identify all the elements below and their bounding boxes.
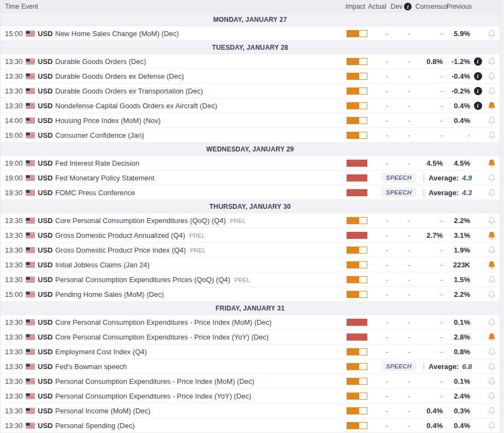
event-title[interactable]: Consumer Confidence (Jan) (55, 131, 144, 139)
event-name[interactable]: Personal Consumption Expenditures - Pric… (55, 377, 345, 385)
event-row[interactable]: 13:30 USD Durable Goods Orders ex Transp… (1, 84, 500, 98)
info-icon[interactable]: i (474, 87, 482, 95)
bell-icon[interactable] (483, 131, 500, 139)
event-row[interactable]: 13:30 USD Durable Goods Orders ex Defens… (1, 69, 500, 84)
event-title[interactable]: FOMC Press Conference (55, 189, 135, 197)
event-name[interactable]: FOMC Press Conference (55, 189, 345, 197)
event-name[interactable]: Fed's Bowman speech (55, 362, 345, 371)
event-name[interactable]: Nondefense Capital Goods Orders ex Aircr… (55, 102, 345, 110)
info-icon[interactable]: i (474, 72, 482, 80)
event-row[interactable]: 13:30 USD Nondefense Capital Goods Order… (1, 98, 500, 113)
bell-icon[interactable] (483, 189, 500, 197)
event-row[interactable]: 13:30 USD Personal Consumption Expenditu… (1, 389, 500, 403)
event-row[interactable]: 13:30 USD Gross Domestic Product Annuali… (1, 228, 500, 243)
event-name[interactable]: Personal Spending (Dec) (55, 422, 345, 430)
event-title[interactable]: Pending Home Sales (MoM) (Dec) (55, 290, 164, 299)
bell-icon[interactable] (483, 174, 500, 182)
event-row[interactable]: 19:00 USD Fed Interest Rate Decision - - (1, 156, 500, 171)
event-row[interactable]: 13:30 USD Personal Spending (Dec) - - 0 (1, 418, 500, 433)
event-row[interactable]: 19:30 USD FOMC Press Conference (1, 185, 500, 200)
info-icon[interactable]: i (474, 57, 482, 66)
event-title[interactable]: Core Personal Consumption Expenditures -… (55, 333, 268, 341)
event-row[interactable]: 13:30 USD Core Personal Consumption Expe… (1, 330, 500, 344)
event-title[interactable]: Gross Domestic Product Annualized (Q4) (55, 231, 185, 239)
event-title[interactable]: Fed's Bowman speech (55, 362, 127, 371)
event-name[interactable]: Core Personal Consumption Expenditures -… (55, 318, 345, 326)
event-name[interactable]: Fed Interest Rate Decision (55, 159, 345, 167)
bell-icon[interactable] (483, 57, 500, 66)
event-name[interactable]: Gross Domestic Product Price Index (Q4) … (55, 246, 345, 254)
info-icon[interactable]: i (474, 102, 482, 110)
event-name[interactable]: Durable Goods Orders ex Defense (Dec) (55, 72, 345, 80)
event-row[interactable]: 13:30 USD Personal Consumption Expenditu… (1, 374, 500, 389)
event-row[interactable]: 13:30 USD Personal Consumption Expenditu… (1, 272, 500, 287)
event-title[interactable]: Gross Domestic Product Price Index (Q4) (55, 246, 186, 254)
event-name[interactable]: Consumer Confidence (Jan) (55, 131, 345, 139)
event-name[interactable]: Pending Home Sales (MoM) (Dec) (55, 290, 345, 299)
event-name[interactable]: New Home Sales Change (MoM) (Dec) (55, 30, 345, 38)
event-title[interactable]: Personal Spending (Dec) (55, 422, 134, 430)
event-title[interactable]: Durable Goods Orders ex Defense (Dec) (55, 72, 184, 80)
event-row[interactable]: 15:00 USD Consumer Confidence (Jan) - - (1, 128, 500, 143)
event-row[interactable]: 13:30 USD Core Personal Consumption Expe… (1, 315, 500, 330)
bell-icon[interactable] (483, 392, 500, 400)
event-row[interactable]: 14:00 USD Housing Price Index (MoM) (Nov… (1, 113, 500, 128)
event-title[interactable]: Fed Monetary Policy Statement (55, 174, 154, 182)
event-title[interactable]: Housing Price Index (MoM) (Nov) (55, 116, 161, 125)
event-title[interactable]: New Home Sales Change (MoM) (Dec) (55, 30, 179, 38)
event-name[interactable]: Employment Cost Index (Q4) (55, 348, 345, 356)
bell-icon[interactable] (483, 333, 500, 341)
bell-icon[interactable] (483, 102, 500, 110)
event-row[interactable]: 13:30 USD Employment Cost Index (Q4) - - (1, 344, 500, 359)
bell-icon[interactable] (483, 72, 500, 80)
event-title[interactable]: Fed Interest Rate Decision (55, 159, 139, 167)
event-row[interactable]: 19:00 USD Fed Monetary Policy Statement (1, 171, 500, 185)
event-name[interactable]: Core Personal Consumption Expenditures -… (55, 333, 345, 341)
event-name[interactable]: Initial Jobless Claims (Jan 24) (55, 261, 345, 269)
bell-icon[interactable] (483, 276, 500, 284)
event-title[interactable]: Personal Consumption Expenditures - Pric… (55, 392, 251, 400)
bell-icon[interactable] (483, 116, 500, 125)
event-row[interactable]: 13:30 USD Durable Goods Orders (Dec) - - (1, 54, 500, 69)
event-name[interactable]: Core Personal Consumption Expenditures (… (55, 216, 345, 225)
info-icon[interactable]: i (404, 3, 412, 10)
event-row[interactable]: 13:30 USD Initial Jobless Claims (Jan 24… (1, 258, 500, 272)
bell-icon[interactable] (483, 159, 500, 167)
event-title[interactable]: Durable Goods Orders ex Transportation (… (55, 87, 203, 95)
event-name[interactable]: Personal Consumption Expenditures Prices… (55, 276, 345, 284)
bell-icon[interactable] (483, 87, 500, 95)
bell-icon[interactable] (483, 422, 500, 430)
event-title[interactable]: Durable Goods Orders (Dec) (55, 57, 146, 66)
event-title[interactable]: Personal Income (MoM) (Dec) (55, 407, 150, 415)
event-title[interactable]: Personal Consumption Expenditures - Pric… (55, 377, 254, 385)
bell-icon[interactable] (483, 261, 500, 269)
event-row[interactable]: 13:30 USD Personal Income (MoM) (Dec) - … (1, 403, 500, 418)
event-name[interactable]: Durable Goods Orders ex Transportation (… (55, 87, 345, 95)
event-row[interactable]: 13:30 USD Core Personal Consumption Expe… (1, 213, 500, 228)
bell-icon[interactable] (483, 318, 500, 326)
event-row[interactable]: 15:00 USD Pending Home Sales (MoM) (Dec)… (1, 287, 500, 302)
bell-icon[interactable] (483, 231, 500, 239)
event-row[interactable]: 13:30 USD Fed's Bowman speech (1, 359, 500, 374)
event-title[interactable]: Employment Cost Index (Q4) (55, 348, 147, 356)
event-name[interactable]: Personal Income (MoM) (Dec) (55, 407, 345, 415)
event-title[interactable]: Personal Consumption Expenditures Prices… (55, 276, 230, 284)
bell-icon[interactable] (483, 246, 500, 254)
event-name[interactable]: Fed Monetary Policy Statement (55, 174, 345, 182)
event-name[interactable]: Durable Goods Orders (Dec) (55, 57, 345, 66)
event-name[interactable]: Gross Domestic Product Annualized (Q4) P… (55, 231, 345, 239)
bell-icon[interactable] (483, 348, 500, 356)
bell-icon[interactable] (483, 290, 500, 299)
event-title[interactable]: Nondefense Capital Goods Orders ex Aircr… (55, 102, 217, 110)
bell-icon[interactable] (483, 407, 500, 415)
event-title[interactable]: Core Personal Consumption Expenditures -… (55, 318, 272, 326)
event-row[interactable]: 13:30 USD Gross Domestic Product Price I… (1, 243, 500, 258)
bell-icon[interactable] (483, 362, 500, 371)
event-name[interactable]: Personal Consumption Expenditures - Pric… (55, 392, 345, 400)
event-row[interactable]: 15:00 USD New Home Sales Change (MoM) (D… (1, 26, 500, 41)
event-title[interactable]: Initial Jobless Claims (Jan 24) (55, 261, 150, 269)
scrollbar[interactable] (500, 0, 504, 433)
bell-icon[interactable] (483, 377, 500, 385)
bell-icon[interactable] (483, 30, 500, 38)
event-title[interactable]: Core Personal Consumption Expenditures (… (55, 216, 226, 225)
